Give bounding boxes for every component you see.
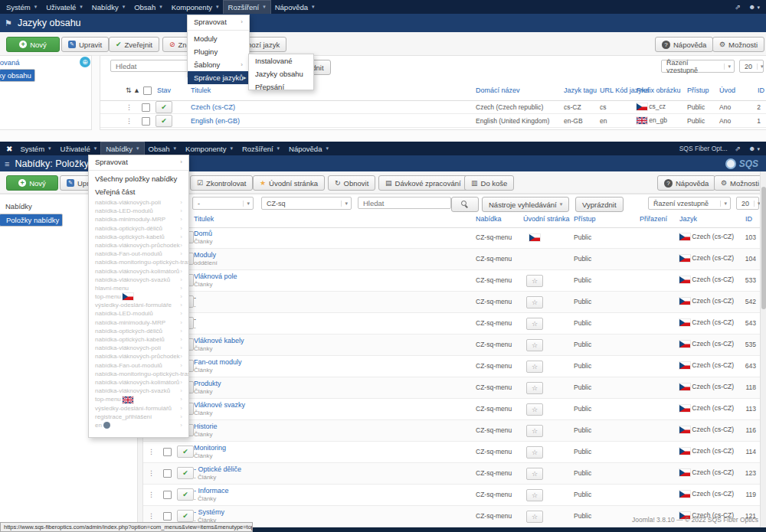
status-published-button[interactable]: ✔ (155, 101, 172, 113)
preview-site-icon[interactable]: ⇗ (735, 145, 741, 152)
col-access[interactable]: Přístup (687, 86, 709, 94)
col-id[interactable]: ID (745, 215, 752, 223)
status-filter-select[interactable]: -▾ (192, 197, 254, 210)
help-button[interactable]: ?Nápověda (655, 37, 713, 52)
item-title-link[interactable]: Moduly (194, 251, 216, 259)
item-title-link[interactable]: Produkty (194, 380, 221, 387)
menus-list-item[interactable]: nabídka-optických-kabelů › (89, 335, 188, 344)
menus-list-item[interactable]: nabídka-monitoringu-optických-tras › (89, 258, 188, 266)
menus-list-item[interactable]: nabídka-vláknových-svazků › (89, 276, 188, 284)
drag-handle-icon[interactable]: ⋮ (148, 491, 154, 498)
home-star-button[interactable]: ☆ (526, 511, 543, 523)
clear-button-2[interactable]: Vyprázdnit (575, 197, 624, 212)
menu-item-all-items[interactable]: Všechny položky nabídky (89, 172, 188, 185)
home-button[interactable]: ★Úvodní stránka (253, 175, 325, 191)
col-menu[interactable]: Nabídka (476, 215, 502, 223)
preview-site-icon[interactable]: ⇗ (735, 3, 741, 11)
menus-list-item[interactable]: nabídka-vláknových-kolimátorů › (89, 378, 188, 387)
home-star-button[interactable]: ☆ (526, 339, 543, 351)
menu-item-plugins[interactable]: Pluginy (188, 45, 249, 58)
language-title-link[interactable]: English (en-GB) (191, 117, 240, 125)
user-menu-icon[interactable]: ☻ (748, 145, 760, 152)
col-assignment[interactable]: Přiřazení (640, 215, 667, 223)
row-checkbox[interactable] (163, 512, 172, 521)
home-star-button[interactable]: ☆ (526, 275, 543, 287)
sidebar-item-content-languages[interactable]: Jazyky obsahu (0, 69, 35, 82)
scrollbar-thumb[interactable] (761, 187, 766, 309)
menus-list-item[interactable]: nabídka-vláknových-průchodek › (89, 241, 188, 250)
drag-handle-icon[interactable]: ⋮ (148, 512, 154, 520)
menu-menus[interactable]: Nabídky (87, 1, 129, 14)
menus-list-item[interactable]: top-menu › (89, 292, 188, 301)
status-published-button[interactable]: ✔ (177, 446, 194, 458)
item-title-link[interactable]: - (194, 315, 196, 323)
menus-list-item[interactable]: nabídka-vláknových-polí › (89, 198, 188, 207)
menu-help[interactable]: Nápověda (284, 142, 333, 155)
row-checkbox[interactable] (142, 103, 150, 112)
sidebar-item-menu-items[interactable]: Položky nabídky (0, 214, 63, 227)
user-menu-icon[interactable]: ☻ (748, 3, 760, 11)
select-all-checkbox[interactable] (143, 86, 152, 95)
drag-handle-icon[interactable]: ⋮ (148, 448, 154, 455)
menus-list-item[interactable]: nabídka-optických-kabelů › (89, 233, 188, 241)
row-checkbox[interactable] (163, 469, 172, 478)
status-published-button[interactable]: ✔ (155, 115, 172, 127)
submenu-item-installed[interactable]: Instalované (249, 54, 313, 67)
menu-components[interactable]: Komponenty (167, 1, 224, 14)
col-prefix[interactable]: Prefix obrázku (637, 86, 681, 94)
search-tools-button[interactable]: Nástroje vyhledávání▾ (482, 197, 569, 212)
publish-button[interactable]: ✔Zveřejnit (109, 37, 159, 52)
sort-icons[interactable]: ⇅ ▲ (126, 86, 140, 94)
menu-item-language-manager[interactable]: Správce jazyků▸ (188, 71, 249, 84)
menus-list-item[interactable]: nabídka-minimoduly-MRP › (89, 215, 188, 224)
home-star-button[interactable]: ☆ (526, 361, 543, 373)
item-title-link[interactable]: Fan-out moduly (194, 358, 242, 366)
status-published-button[interactable]: ✔ (177, 488, 194, 501)
col-id[interactable]: ID (758, 86, 764, 94)
row-checkbox[interactable] (163, 448, 172, 456)
menu-components[interactable]: Komponenty (181, 142, 237, 155)
drag-handle-icon[interactable]: ⋮ (148, 469, 154, 477)
menu-system[interactable]: Systém (15, 142, 55, 155)
item-title-link[interactable]: Vláknová pole (194, 273, 237, 280)
menu-users[interactable]: Uživatelé (56, 142, 102, 155)
home-star-button[interactable]: ☆ (526, 446, 543, 459)
home-star-button[interactable]: ☆ (526, 489, 543, 501)
menus-list-item[interactable]: nabídka-optických-děličů › (89, 327, 188, 335)
menu-content[interactable]: Obsah (129, 1, 167, 14)
menu-help[interactable]: Nápověda (270, 1, 319, 14)
hamburger-icon[interactable]: ≡ (5, 159, 9, 168)
menus-list-item[interactable]: nabídka-optických-děličů › (89, 224, 188, 233)
menus-list-item[interactable]: en › (89, 421, 188, 429)
search-button[interactable] (451, 197, 479, 212)
item-title-link[interactable]: - Informace (194, 487, 229, 494)
submenu-item-overrides[interactable]: Přepsání (249, 80, 313, 93)
col-status[interactable]: Stav (157, 86, 171, 94)
sidebar-item-installed[interactable]: Instalovaná (0, 56, 91, 69)
menu-filter-select[interactable]: CZ-sq▾ (261, 197, 352, 210)
menus-list-item[interactable]: výsledky-odeslání-formulářů › (89, 404, 188, 413)
row-checkbox[interactable] (142, 117, 150, 126)
col-language[interactable]: Jazyk (679, 215, 697, 223)
menu-menus[interactable]: Nabídky (101, 142, 143, 155)
home-star-button[interactable]: ☆ (526, 425, 543, 437)
status-published-button[interactable]: ✔ (177, 510, 194, 522)
col-tag[interactable]: Jazyk tagu (564, 86, 597, 94)
menus-list-item[interactable]: výsledky-odeslání-formuláře › (89, 301, 188, 309)
col-title[interactable]: Titulek (191, 86, 211, 94)
options-button[interactable]: ⚙Možnosti (714, 175, 766, 191)
menus-list-item[interactable]: nabídka-monitoringu-optických-tras › (89, 370, 188, 378)
scrollbar[interactable] (760, 171, 766, 527)
menu-extensions[interactable]: Rozšíření (224, 1, 270, 14)
menus-list-item[interactable]: nabídka-LED-modulů › (89, 207, 188, 215)
menus-list-item[interactable]: hlavní-menu › (89, 284, 188, 292)
rebuild-button[interactable]: ↻Obnovit (328, 175, 375, 191)
menus-list-item[interactable]: top-menu › (89, 395, 188, 403)
item-title-link[interactable]: - Systémy (194, 508, 224, 516)
sort-select-1[interactable]: Řazení vzestupně▾ (661, 60, 735, 73)
submenu-item-content-languages[interactable]: Jazyky obsahu (249, 67, 313, 80)
checkin-button[interactable]: ☑Zkontrolovat (190, 175, 253, 191)
menus-list-item[interactable]: nabídka-Fan-out-modulů › (89, 250, 188, 258)
menu-item-manage[interactable]: Spravovat› (188, 15, 249, 28)
col-home[interactable]: Úvodní stránka (523, 215, 570, 223)
